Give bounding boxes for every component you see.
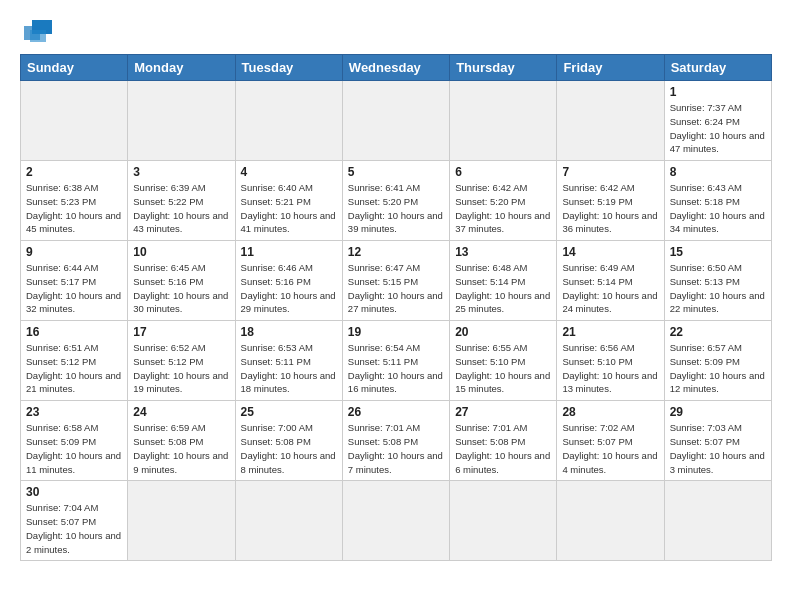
day-number: 15 <box>670 245 766 259</box>
day-info: Sunrise: 6:59 AM Sunset: 5:08 PM Dayligh… <box>133 421 229 476</box>
calendar-cell: 10Sunrise: 6:45 AM Sunset: 5:16 PM Dayli… <box>128 241 235 321</box>
day-info: Sunrise: 6:46 AM Sunset: 5:16 PM Dayligh… <box>241 261 337 316</box>
day-number: 22 <box>670 325 766 339</box>
svg-marker-2 <box>30 30 46 42</box>
day-number: 5 <box>348 165 444 179</box>
calendar-cell: 23Sunrise: 6:58 AM Sunset: 5:09 PM Dayli… <box>21 401 128 481</box>
header <box>20 16 772 44</box>
day-number: 18 <box>241 325 337 339</box>
calendar: SundayMondayTuesdayWednesdayThursdayFrid… <box>20 54 772 561</box>
calendar-week-row: 30Sunrise: 7:04 AM Sunset: 5:07 PM Dayli… <box>21 481 772 561</box>
day-number: 3 <box>133 165 229 179</box>
day-info: Sunrise: 6:57 AM Sunset: 5:09 PM Dayligh… <box>670 341 766 396</box>
day-info: Sunrise: 6:40 AM Sunset: 5:21 PM Dayligh… <box>241 181 337 236</box>
day-info: Sunrise: 6:43 AM Sunset: 5:18 PM Dayligh… <box>670 181 766 236</box>
calendar-cell <box>450 481 557 561</box>
day-number: 12 <box>348 245 444 259</box>
day-number: 29 <box>670 405 766 419</box>
calendar-cell <box>128 481 235 561</box>
weekday-header-tuesday: Tuesday <box>235 55 342 81</box>
day-number: 21 <box>562 325 658 339</box>
day-info: Sunrise: 7:02 AM Sunset: 5:07 PM Dayligh… <box>562 421 658 476</box>
logo <box>20 16 56 44</box>
calendar-cell: 27Sunrise: 7:01 AM Sunset: 5:08 PM Dayli… <box>450 401 557 481</box>
weekday-header-friday: Friday <box>557 55 664 81</box>
calendar-cell: 18Sunrise: 6:53 AM Sunset: 5:11 PM Dayli… <box>235 321 342 401</box>
day-number: 8 <box>670 165 766 179</box>
day-number: 25 <box>241 405 337 419</box>
weekday-header-wednesday: Wednesday <box>342 55 449 81</box>
day-info: Sunrise: 6:55 AM Sunset: 5:10 PM Dayligh… <box>455 341 551 396</box>
calendar-cell: 25Sunrise: 7:00 AM Sunset: 5:08 PM Dayli… <box>235 401 342 481</box>
calendar-cell: 15Sunrise: 6:50 AM Sunset: 5:13 PM Dayli… <box>664 241 771 321</box>
day-info: Sunrise: 6:47 AM Sunset: 5:15 PM Dayligh… <box>348 261 444 316</box>
day-info: Sunrise: 6:50 AM Sunset: 5:13 PM Dayligh… <box>670 261 766 316</box>
calendar-week-row: 9Sunrise: 6:44 AM Sunset: 5:17 PM Daylig… <box>21 241 772 321</box>
day-info: Sunrise: 7:00 AM Sunset: 5:08 PM Dayligh… <box>241 421 337 476</box>
calendar-cell: 17Sunrise: 6:52 AM Sunset: 5:12 PM Dayli… <box>128 321 235 401</box>
day-number: 10 <box>133 245 229 259</box>
day-number: 26 <box>348 405 444 419</box>
day-info: Sunrise: 7:01 AM Sunset: 5:08 PM Dayligh… <box>348 421 444 476</box>
calendar-cell <box>235 481 342 561</box>
day-info: Sunrise: 6:42 AM Sunset: 5:20 PM Dayligh… <box>455 181 551 236</box>
calendar-cell: 14Sunrise: 6:49 AM Sunset: 5:14 PM Dayli… <box>557 241 664 321</box>
day-number: 27 <box>455 405 551 419</box>
weekday-header-sunday: Sunday <box>21 55 128 81</box>
calendar-header-row: SundayMondayTuesdayWednesdayThursdayFrid… <box>21 55 772 81</box>
calendar-cell <box>235 81 342 161</box>
day-info: Sunrise: 6:41 AM Sunset: 5:20 PM Dayligh… <box>348 181 444 236</box>
day-number: 9 <box>26 245 122 259</box>
calendar-cell: 9Sunrise: 6:44 AM Sunset: 5:17 PM Daylig… <box>21 241 128 321</box>
day-number: 1 <box>670 85 766 99</box>
calendar-cell: 26Sunrise: 7:01 AM Sunset: 5:08 PM Dayli… <box>342 401 449 481</box>
logo-icon <box>24 16 56 44</box>
calendar-cell: 6Sunrise: 6:42 AM Sunset: 5:20 PM Daylig… <box>450 161 557 241</box>
day-info: Sunrise: 6:48 AM Sunset: 5:14 PM Dayligh… <box>455 261 551 316</box>
day-number: 19 <box>348 325 444 339</box>
calendar-cell: 19Sunrise: 6:54 AM Sunset: 5:11 PM Dayli… <box>342 321 449 401</box>
day-number: 4 <box>241 165 337 179</box>
weekday-header-saturday: Saturday <box>664 55 771 81</box>
day-info: Sunrise: 6:42 AM Sunset: 5:19 PM Dayligh… <box>562 181 658 236</box>
day-info: Sunrise: 6:45 AM Sunset: 5:16 PM Dayligh… <box>133 261 229 316</box>
calendar-cell: 28Sunrise: 7:02 AM Sunset: 5:07 PM Dayli… <box>557 401 664 481</box>
calendar-cell: 16Sunrise: 6:51 AM Sunset: 5:12 PM Dayli… <box>21 321 128 401</box>
day-info: Sunrise: 6:53 AM Sunset: 5:11 PM Dayligh… <box>241 341 337 396</box>
calendar-cell: 4Sunrise: 6:40 AM Sunset: 5:21 PM Daylig… <box>235 161 342 241</box>
calendar-cell <box>664 481 771 561</box>
day-info: Sunrise: 6:58 AM Sunset: 5:09 PM Dayligh… <box>26 421 122 476</box>
day-info: Sunrise: 6:54 AM Sunset: 5:11 PM Dayligh… <box>348 341 444 396</box>
day-number: 7 <box>562 165 658 179</box>
day-number: 11 <box>241 245 337 259</box>
calendar-cell <box>128 81 235 161</box>
weekday-header-monday: Monday <box>128 55 235 81</box>
calendar-week-row: 23Sunrise: 6:58 AM Sunset: 5:09 PM Dayli… <box>21 401 772 481</box>
calendar-cell: 3Sunrise: 6:39 AM Sunset: 5:22 PM Daylig… <box>128 161 235 241</box>
calendar-cell: 8Sunrise: 6:43 AM Sunset: 5:18 PM Daylig… <box>664 161 771 241</box>
day-number: 14 <box>562 245 658 259</box>
day-info: Sunrise: 6:51 AM Sunset: 5:12 PM Dayligh… <box>26 341 122 396</box>
calendar-cell: 5Sunrise: 6:41 AM Sunset: 5:20 PM Daylig… <box>342 161 449 241</box>
day-number: 17 <box>133 325 229 339</box>
day-number: 13 <box>455 245 551 259</box>
calendar-cell: 13Sunrise: 6:48 AM Sunset: 5:14 PM Dayli… <box>450 241 557 321</box>
calendar-cell: 24Sunrise: 6:59 AM Sunset: 5:08 PM Dayli… <box>128 401 235 481</box>
calendar-cell: 7Sunrise: 6:42 AM Sunset: 5:19 PM Daylig… <box>557 161 664 241</box>
calendar-cell <box>342 481 449 561</box>
calendar-cell <box>557 81 664 161</box>
calendar-cell <box>557 481 664 561</box>
calendar-cell <box>342 81 449 161</box>
day-info: Sunrise: 6:56 AM Sunset: 5:10 PM Dayligh… <box>562 341 658 396</box>
day-number: 6 <box>455 165 551 179</box>
day-number: 24 <box>133 405 229 419</box>
calendar-cell: 29Sunrise: 7:03 AM Sunset: 5:07 PM Dayli… <box>664 401 771 481</box>
weekday-header-thursday: Thursday <box>450 55 557 81</box>
day-number: 20 <box>455 325 551 339</box>
day-info: Sunrise: 7:04 AM Sunset: 5:07 PM Dayligh… <box>26 501 122 556</box>
calendar-cell: 30Sunrise: 7:04 AM Sunset: 5:07 PM Dayli… <box>21 481 128 561</box>
day-info: Sunrise: 7:03 AM Sunset: 5:07 PM Dayligh… <box>670 421 766 476</box>
day-number: 30 <box>26 485 122 499</box>
day-number: 2 <box>26 165 122 179</box>
calendar-cell: 1Sunrise: 7:37 AM Sunset: 6:24 PM Daylig… <box>664 81 771 161</box>
